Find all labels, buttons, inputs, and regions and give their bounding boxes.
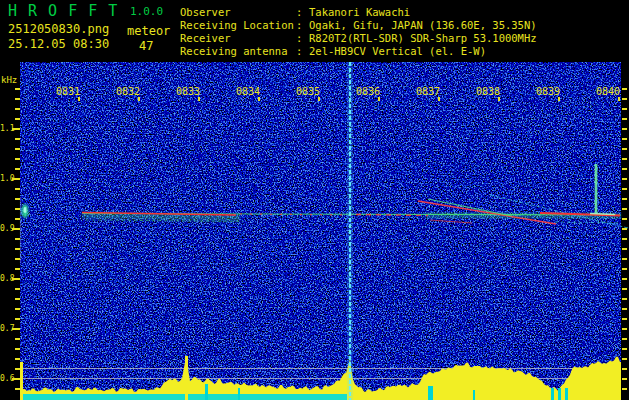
station-info-row: Receiving Location:Ogaki, Gifu, JAPAN (1… xyxy=(180,19,537,31)
station-info-label: Receiving antenna xyxy=(180,45,296,57)
cyan-gap-column xyxy=(551,388,554,400)
time-axis-label: 0834 xyxy=(234,86,260,97)
mode-label: meteor xyxy=(127,25,170,38)
cyan-gap-column xyxy=(428,386,433,400)
capture-filename: 2512050830.png xyxy=(8,23,109,36)
station-info-value: R820T2(RTL-SDR) SDR-Sharp 53.1000MHz xyxy=(309,32,537,44)
time-axis-label: 0835 xyxy=(294,86,320,97)
cyan-gap-column xyxy=(473,390,475,400)
time-axis-label: 0838 xyxy=(474,86,500,97)
left-echo-blob-core xyxy=(24,207,27,213)
freq-axis-label: 1.0 xyxy=(0,174,14,183)
station-info-separator: : xyxy=(296,45,309,57)
time-axis-label: 0831 xyxy=(54,86,80,97)
hrofft-spectrogram-screen: H R O F F T 1.0.0 2512050830.png meteor … xyxy=(0,0,629,400)
cyan-gap-column xyxy=(205,384,208,400)
signal-spike xyxy=(185,356,188,400)
noise-field xyxy=(20,62,621,400)
echo-count: 47 xyxy=(139,40,153,53)
cyan-base-strip xyxy=(20,394,347,400)
station-info-label: Observer xyxy=(180,6,296,18)
time-axis-label: 0832 xyxy=(114,86,140,97)
station-info-label: Receiver xyxy=(180,32,296,44)
station-info-value: 2el-HB9CV Vertical (el. E-W) xyxy=(309,45,486,57)
cyan-gap-column xyxy=(565,388,568,400)
time-axis-label: 0840 xyxy=(594,86,620,97)
cyan-gap-column xyxy=(558,388,561,400)
station-info-value: Takanori Kawachi xyxy=(309,6,410,18)
app-version: 1.0.0 xyxy=(130,6,163,18)
station-info-row: Receiver:R820T2(RTL-SDR) SDR-Sharp 53.10… xyxy=(180,32,537,44)
time-axis-label: 0837 xyxy=(414,86,440,97)
freq-axis-label: 0.6 xyxy=(0,374,14,383)
station-info-row: Observer:Takanori Kawachi xyxy=(180,6,410,18)
spectrogram-canvas xyxy=(0,0,629,400)
station-info-separator: : xyxy=(296,32,309,44)
time-axis-label: 0839 xyxy=(534,86,560,97)
carrier-bright-green-seg xyxy=(590,214,615,215)
station-info-row: Receiving antenna:2el-HB9CV Vertical (el… xyxy=(180,45,486,57)
y-axis-unit-label: kHz xyxy=(1,76,17,85)
app-title: H R O F F T xyxy=(8,4,118,20)
signal-spike xyxy=(20,362,23,400)
station-info-separator: : xyxy=(296,19,309,31)
time-axis-label: 0833 xyxy=(174,86,200,97)
time-axis-label: 0836 xyxy=(354,86,380,97)
freq-axis-label: 0.7 xyxy=(0,324,14,333)
station-info-separator: : xyxy=(296,6,309,18)
freq-axis-label: 1.1 xyxy=(0,124,14,133)
freq-axis-label: 0.9 xyxy=(0,224,14,233)
capture-datetime: 25.12.05 08:30 xyxy=(8,38,109,51)
station-info-value: Ogaki, Gifu, JAPAN (136.60E, 35.35N) xyxy=(309,19,537,31)
station-info-label: Receiving Location xyxy=(180,19,296,31)
freq-axis-label: 0.8 xyxy=(0,274,14,283)
cyan-gap-column xyxy=(238,388,240,400)
